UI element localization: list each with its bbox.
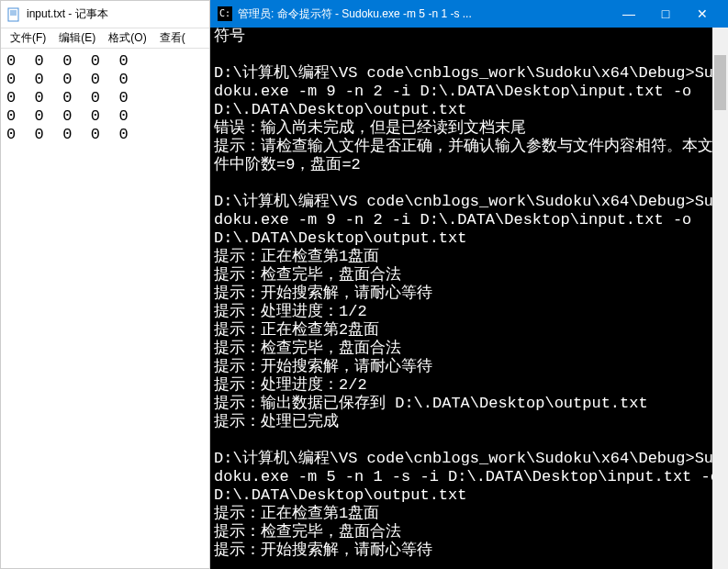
terminal-scrollbar[interactable] xyxy=(712,28,728,569)
close-button[interactable]: ✕ xyxy=(684,6,721,21)
terminal-titlebar[interactable]: C: 管理员: 命令提示符 - Sudoku.exe -m 5 -n 1 -s … xyxy=(210,0,728,28)
menu-view[interactable]: 查看( xyxy=(154,28,191,48)
maximize-button[interactable]: □ xyxy=(647,6,684,21)
notepad-icon xyxy=(6,7,21,22)
terminal-output: 符号 D:\计算机\编程\VS code\cnblogs_work\Sudoku… xyxy=(214,28,722,569)
scrollbar-thumb[interactable] xyxy=(714,55,726,110)
notepad-titlebar[interactable]: input.txt - 记事本 xyxy=(1,1,209,28)
notepad-title: input.txt - 记事本 xyxy=(27,6,108,22)
terminal-title: 管理员: 命令提示符 - Sudoku.exe -m 5 -n 1 -s ... xyxy=(238,6,610,22)
menu-format[interactable]: 格式(O) xyxy=(103,28,151,48)
menu-edit[interactable]: 编辑(E) xyxy=(53,28,101,48)
menu-file[interactable]: 文件(F) xyxy=(5,28,51,48)
notepad-menubar: 文件(F) 编辑(E) 格式(O) 查看( xyxy=(1,28,209,49)
cmd-icon: C: xyxy=(218,6,232,21)
terminal-body[interactable]: 符号 D:\计算机\编程\VS code\cnblogs_work\Sudoku… xyxy=(210,28,728,569)
minimize-button[interactable]: — xyxy=(610,6,647,21)
terminal-window: C: 管理员: 命令提示符 - Sudoku.exe -m 5 -n 1 -s … xyxy=(210,0,728,569)
notepad-content[interactable]: 0 0 0 0 0 0 0 0 0 0 0 0 0 0 0 0 0 0 0 0 … xyxy=(1,49,209,148)
svg-text:C:: C: xyxy=(219,8,230,18)
notepad-window: input.txt - 记事本 文件(F) 编辑(E) 格式(O) 查看( 0 … xyxy=(0,0,210,569)
